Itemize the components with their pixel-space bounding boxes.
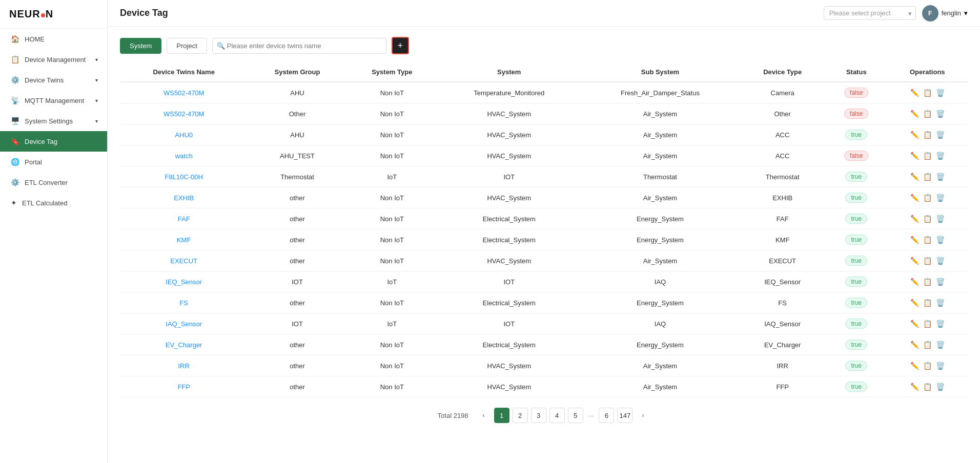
tab-project-button[interactable]: Project: [167, 38, 207, 54]
delete-icon[interactable]: 🗑️: [936, 110, 945, 118]
delete-icon[interactable]: 🗑️: [936, 257, 945, 265]
sidebar-item-etl-calculated[interactable]: ✦ ETL Calculated: [0, 193, 107, 213]
delete-icon[interactable]: 🗑️: [936, 383, 945, 391]
delete-icon[interactable]: 🗑️: [936, 89, 945, 97]
page-btn-6[interactable]: 6: [599, 408, 614, 423]
sidebar-item-device-twins[interactable]: ⚙️ Device Twins ▾: [0, 70, 107, 90]
edit-icon[interactable]: ✏️: [910, 362, 919, 370]
page-btn-3[interactable]: 3: [531, 408, 546, 423]
delete-icon[interactable]: 🗑️: [936, 299, 945, 307]
device-name-link[interactable]: F8L10C-00H: [165, 173, 202, 181]
user-menu[interactable]: F fenglin ▾: [922, 5, 968, 22]
sidebar-item-device-tag[interactable]: 🔖 Device Tag: [0, 131, 107, 152]
copy-icon[interactable]: 📋: [923, 383, 932, 391]
status-badge: true: [845, 319, 867, 329]
table-header: Device Twins NameSystem GroupSystem Type…: [120, 62, 968, 82]
sidebar-item-etl-converter[interactable]: ⚙️ ETL Converter: [0, 172, 107, 193]
page-btn-147[interactable]: 147: [617, 408, 632, 423]
device-name-link[interactable]: EV_Charger: [166, 341, 202, 349]
device-name-link[interactable]: FAF: [178, 215, 190, 223]
col-header-sub-system: Sub System: [581, 62, 740, 82]
delete-icon[interactable]: 🗑️: [936, 152, 945, 160]
sidebar-item-system-settings[interactable]: 🖥️ System Settings ▾: [0, 111, 107, 131]
device-name-link[interactable]: WS502-470M: [164, 89, 204, 97]
copy-icon[interactable]: 📋: [923, 110, 932, 118]
edit-icon[interactable]: ✏️: [910, 173, 919, 181]
device-name-link[interactable]: AHU0: [175, 131, 193, 139]
device-name-link[interactable]: IEQ_Sensor: [166, 278, 202, 286]
copy-icon[interactable]: 📋: [923, 89, 932, 97]
edit-icon[interactable]: ✏️: [910, 257, 919, 265]
delete-icon[interactable]: 🗑️: [936, 362, 945, 370]
device-name-link[interactable]: watch: [175, 152, 193, 160]
edit-icon[interactable]: ✏️: [910, 320, 919, 328]
search-input[interactable]: [212, 38, 386, 54]
delete-icon[interactable]: 🗑️: [936, 278, 945, 286]
edit-icon[interactable]: ✏️: [910, 278, 919, 286]
copy-icon[interactable]: 📋: [923, 320, 932, 328]
copy-icon[interactable]: 📋: [923, 215, 932, 223]
edit-icon[interactable]: ✏️: [910, 299, 919, 307]
copy-icon[interactable]: 📋: [923, 362, 932, 370]
edit-icon[interactable]: ✏️: [910, 236, 919, 244]
delete-icon[interactable]: 🗑️: [936, 215, 945, 223]
next-page-button[interactable]: ›: [636, 408, 650, 423]
system-group-cell: other: [290, 194, 305, 202]
project-select[interactable]: Please select project: [824, 6, 916, 20]
sidebar-item-home[interactable]: 🏠 HOME: [0, 29, 107, 49]
device-type-cell: IAQ_Sensor: [764, 320, 801, 328]
etl-converter-icon: ⚙️: [11, 178, 19, 186]
delete-icon[interactable]: 🗑️: [936, 320, 945, 328]
edit-icon[interactable]: ✏️: [910, 152, 919, 160]
delete-icon[interactable]: 🗑️: [936, 173, 945, 181]
sidebar-item-portal[interactable]: 🌐 Portal: [0, 152, 107, 172]
edit-icon[interactable]: ✏️: [910, 194, 919, 202]
delete-icon[interactable]: 🗑️: [936, 131, 945, 139]
project-select-wrap: Please select project: [824, 6, 916, 20]
table-row: IAQ_SensorIOTIoTIOTIAQIAQ_Sensortrue ✏️ …: [120, 313, 968, 334]
device-name-link[interactable]: FS: [179, 299, 188, 307]
device-name-link[interactable]: KMF: [177, 236, 191, 244]
sidebar-item-device-management[interactable]: 📋 Device Management ▾: [0, 49, 107, 70]
edit-icon[interactable]: ✏️: [910, 341, 919, 349]
operations-cell: ✏️ 📋 🗑️: [892, 110, 963, 118]
page-btn-5[interactable]: 5: [568, 408, 583, 423]
copy-icon[interactable]: 📋: [923, 131, 932, 139]
copy-icon[interactable]: 📋: [923, 299, 932, 307]
tab-system-button[interactable]: System: [120, 38, 161, 54]
sub-system-cell: Air_System: [643, 110, 677, 118]
add-button[interactable]: +: [392, 37, 409, 54]
page-btn-4[interactable]: 4: [549, 408, 565, 423]
operations-cell: ✏️ 📋 🗑️: [892, 383, 963, 391]
copy-icon[interactable]: 📋: [923, 152, 932, 160]
sub-system-cell: Fresh_Air_Damper_Status: [621, 89, 700, 97]
delete-icon[interactable]: 🗑️: [936, 236, 945, 244]
device-name-link[interactable]: IAQ_Sensor: [166, 320, 202, 328]
prev-page-button[interactable]: ‹: [477, 408, 491, 423]
copy-icon[interactable]: 📋: [923, 278, 932, 286]
device-name-link[interactable]: EXHIB: [174, 194, 194, 202]
copy-icon[interactable]: 📋: [923, 173, 932, 181]
device-name-link[interactable]: IRR: [178, 362, 189, 370]
edit-icon[interactable]: ✏️: [910, 383, 919, 391]
edit-icon[interactable]: ✏️: [910, 215, 919, 223]
system-cell: HVAC_System: [487, 257, 531, 265]
copy-icon[interactable]: 📋: [923, 341, 932, 349]
copy-icon[interactable]: 📋: [923, 236, 932, 244]
device-type-cell: Camera: [771, 89, 794, 97]
sidebar-item-mqtt-management[interactable]: 📡 MQTT Management ▾: [0, 90, 107, 111]
system-group-cell: IOT: [292, 320, 303, 328]
page-btn-2[interactable]: 2: [513, 408, 528, 423]
device-name-link[interactable]: EXECUT: [170, 257, 197, 265]
device-name-link[interactable]: WS502-470M: [164, 110, 204, 118]
copy-icon[interactable]: 📋: [923, 194, 932, 202]
edit-icon[interactable]: ✏️: [910, 131, 919, 139]
copy-icon[interactable]: 📋: [923, 257, 932, 265]
edit-icon[interactable]: ✏️: [910, 110, 919, 118]
operations-cell: ✏️ 📋 🗑️: [892, 299, 963, 307]
page-btn-1[interactable]: 1: [494, 408, 509, 423]
device-name-link[interactable]: FFP: [177, 383, 190, 391]
delete-icon[interactable]: 🗑️: [936, 341, 945, 349]
delete-icon[interactable]: 🗑️: [936, 194, 945, 202]
edit-icon[interactable]: ✏️: [910, 89, 919, 97]
